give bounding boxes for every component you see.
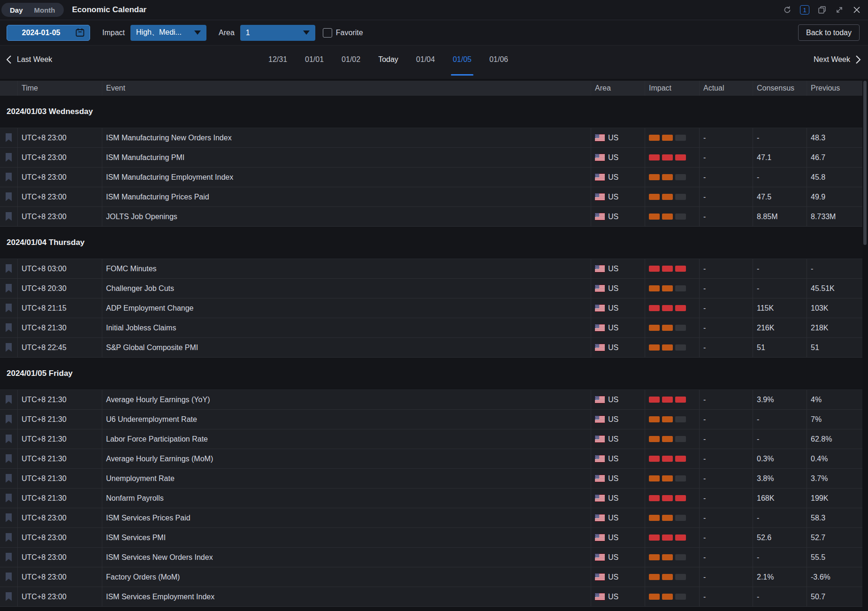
table-row[interactable]: UTC+8 23:00ISM Services Employment Index… — [0, 587, 862, 607]
bookmark-cell[interactable] — [0, 508, 18, 527]
bookmark-cell[interactable] — [0, 298, 18, 318]
calendar-icon[interactable] — [75, 28, 85, 38]
close-icon[interactable] — [852, 5, 861, 15]
bookmark-cell[interactable] — [0, 318, 18, 337]
table-row[interactable]: UTC+8 23:00ISM Manufacturing New Orders … — [0, 128, 862, 148]
area-select[interactable]: 1 — [240, 25, 315, 41]
impact-label: Impact — [102, 29, 125, 37]
bookmark-icon[interactable] — [5, 323, 12, 332]
bookmark-cell[interactable] — [0, 410, 18, 429]
table-row[interactable]: UTC+8 23:00ISM Services New Orders Index… — [0, 548, 862, 567]
favorite-checkbox[interactable] — [323, 28, 332, 38]
table-row[interactable]: UTC+8 21:30Average Hourly Earnings (MoM)… — [0, 449, 862, 469]
table-row[interactable]: UTC+8 21:30Initial Jobless ClaimsUS-216K… — [0, 318, 862, 338]
day-tab-01-06[interactable]: 01/06 — [488, 53, 509, 66]
table-row[interactable]: UTC+8 23:00ISM Manufacturing Prices Paid… — [0, 187, 862, 207]
bookmark-icon[interactable] — [5, 474, 12, 483]
refresh-icon[interactable] — [783, 5, 792, 15]
bookmark-icon[interactable] — [5, 264, 12, 273]
bookmark-cell[interactable] — [0, 528, 18, 547]
tab-day[interactable]: Day — [4, 6, 29, 14]
event-cell: U6 Underemployment Rate — [102, 410, 591, 429]
us-flag-icon — [595, 324, 605, 331]
event-cell: Average Hourly Earnings (MoM) — [102, 449, 591, 468]
bookmark-cell[interactable] — [0, 207, 18, 226]
last-week-button[interactable]: Last Week — [6, 46, 52, 74]
day-tab-01-02[interactable]: 01/02 — [341, 53, 361, 66]
bookmark-cell[interactable] — [0, 489, 18, 508]
table-row[interactable]: UTC+8 23:00JOLTS Job OpeningsUS-8.85M8.7… — [0, 207, 862, 227]
tab-month[interactable]: Month — [29, 6, 61, 14]
bookmark-icon[interactable] — [5, 415, 12, 424]
impact-high — [649, 266, 686, 272]
day-tab-01-04[interactable]: 01/04 — [415, 53, 436, 66]
bookmark-icon[interactable] — [5, 454, 12, 463]
us-flag-icon — [595, 416, 605, 423]
bookmark-icon[interactable] — [5, 133, 12, 142]
day-tab-01-05[interactable]: 01/05 — [452, 53, 472, 66]
bookmark-cell[interactable] — [0, 587, 18, 606]
bookmark-icon[interactable] — [5, 304, 12, 313]
bookmark-cell[interactable] — [0, 338, 18, 357]
actual-cell: - — [700, 390, 753, 409]
bookmark-icon[interactable] — [5, 533, 12, 542]
table-row[interactable]: UTC+8 23:00ISM Manufacturing PMIUS-47.14… — [0, 148, 862, 168]
expand-icon[interactable] — [835, 5, 844, 15]
bookmark-icon[interactable] — [5, 343, 12, 352]
bookmark-icon[interactable] — [5, 153, 12, 162]
bookmark-cell[interactable] — [0, 128, 18, 147]
bookmark-cell[interactable] — [0, 279, 18, 298]
bookmark-cell[interactable] — [0, 449, 18, 468]
table-row[interactable]: UTC+8 21:15ADP Employment ChangeUS-115K1… — [0, 298, 862, 318]
bookmark-cell[interactable] — [0, 168, 18, 187]
next-week-button[interactable]: Next Week — [814, 46, 861, 74]
bookmark-cell[interactable] — [0, 390, 18, 409]
back-to-today-button[interactable]: Back to today — [798, 24, 860, 41]
copy-icon[interactable] — [817, 5, 827, 15]
table-row[interactable]: UTC+8 21:30Labor Force Participation Rat… — [0, 429, 862, 449]
bookmark-icon[interactable] — [5, 395, 12, 404]
table-row[interactable]: UTC+8 23:00Factory Orders (MoM)US-2.1%-3… — [0, 567, 862, 587]
table-row[interactable]: UTC+8 21:30Unemployment RateUS-3.8%3.7% — [0, 469, 862, 489]
table-row[interactable]: UTC+8 23:00ISM Manufacturing Employment … — [0, 168, 862, 187]
bookmark-cell[interactable] — [0, 567, 18, 587]
bookmark-cell[interactable] — [0, 148, 18, 167]
scrollbar[interactable] — [863, 81, 867, 245]
week-day-tabs: 12/3101/0101/02Today01/0401/0501/06 — [267, 46, 509, 74]
bookmark-cell[interactable] — [0, 548, 18, 567]
day-tab-12-31[interactable]: 12/31 — [267, 53, 288, 66]
day-tab-today[interactable]: Today — [377, 53, 399, 66]
bookmark-cell[interactable] — [0, 469, 18, 488]
bookmark-cell[interactable] — [0, 429, 18, 449]
bookmark-icon[interactable] — [5, 513, 12, 522]
previous-cell: 50.7 — [807, 587, 862, 606]
bookmark-cell[interactable] — [0, 259, 18, 278]
bookmark-icon[interactable] — [5, 494, 12, 503]
impact-select[interactable]: High、Medi... — [130, 25, 206, 41]
bookmark-icon[interactable] — [5, 212, 12, 221]
time-cell: UTC+8 23:00 — [18, 148, 102, 167]
table-row[interactable]: UTC+8 23:00ISM Services Prices PaidUS--5… — [0, 508, 862, 528]
bookmark-icon[interactable] — [5, 192, 12, 201]
table-row[interactable]: UTC+8 21:30Average Hourly Earnings (YoY)… — [0, 390, 862, 410]
table-row[interactable]: UTC+8 03:00FOMC MinutesUS--- — [0, 259, 862, 279]
table-row[interactable]: UTC+8 22:45S&P Global Composite PMIUS-51… — [0, 338, 862, 358]
panel-count-badge[interactable]: 1 — [800, 5, 809, 15]
table-row[interactable]: UTC+8 21:30U6 Underemployment RateUS--7% — [0, 410, 862, 429]
day-tab-01-01[interactable]: 01/01 — [304, 53, 325, 66]
previous-cell: 51 — [807, 338, 862, 357]
consensus-cell: 3.9% — [753, 390, 807, 409]
bookmark-icon[interactable] — [5, 553, 12, 562]
time-cell: UTC+8 23:00 — [18, 548, 102, 567]
bookmark-icon[interactable] — [5, 592, 12, 601]
table-row[interactable]: UTC+8 21:30Nonfarm PayrollsUS-168K199K — [0, 489, 862, 508]
bookmark-icon[interactable] — [5, 435, 12, 443]
bookmark-icon[interactable] — [5, 284, 12, 293]
table-row[interactable]: UTC+8 20:30Challenger Job CutsUS--45.51K — [0, 279, 862, 298]
bookmark-icon[interactable] — [5, 173, 12, 182]
table-row[interactable]: UTC+8 23:00ISM Services PMIUS-52.652.7 — [0, 528, 862, 548]
bookmark-cell[interactable] — [0, 187, 18, 206]
economic-calendar-panel: Day Month Economic Calendar 1 — [0, 0, 868, 611]
date-picker[interactable]: 2024-01-05 — [7, 25, 90, 41]
bookmark-icon[interactable] — [5, 573, 12, 581]
